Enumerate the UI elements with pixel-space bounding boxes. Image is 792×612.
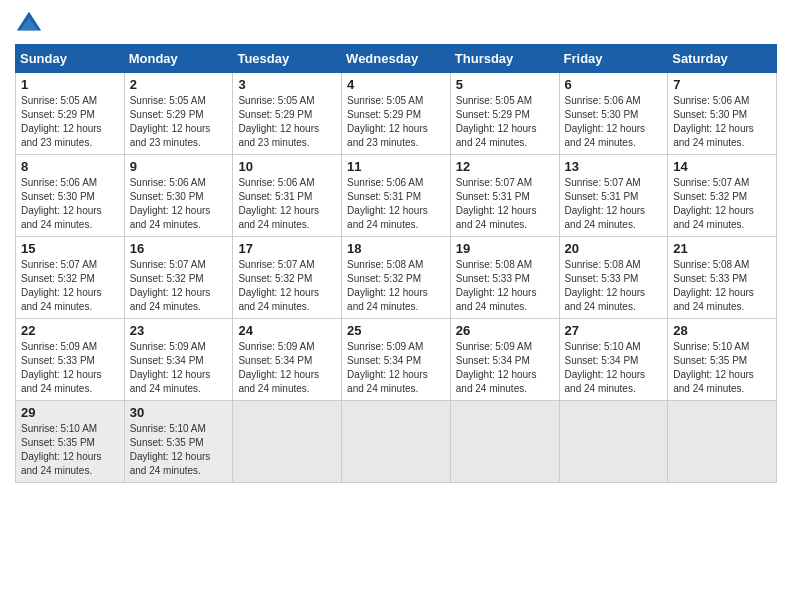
day-number: 29 bbox=[21, 405, 119, 420]
day-info: Sunrise: 5:08 AMSunset: 5:32 PMDaylight:… bbox=[347, 259, 428, 312]
day-header-sunday: Sunday bbox=[16, 45, 125, 73]
day-info: Sunrise: 5:07 AMSunset: 5:32 PMDaylight:… bbox=[21, 259, 102, 312]
week-row-3: 15 Sunrise: 5:07 AMSunset: 5:32 PMDaylig… bbox=[16, 237, 777, 319]
calendar-cell: 28 Sunrise: 5:10 AMSunset: 5:35 PMDaylig… bbox=[668, 319, 777, 401]
day-number: 9 bbox=[130, 159, 228, 174]
day-info: Sunrise: 5:09 AMSunset: 5:34 PMDaylight:… bbox=[238, 341, 319, 394]
day-number: 14 bbox=[673, 159, 771, 174]
day-info: Sunrise: 5:07 AMSunset: 5:31 PMDaylight:… bbox=[456, 177, 537, 230]
day-number: 12 bbox=[456, 159, 554, 174]
day-info: Sunrise: 5:09 AMSunset: 5:34 PMDaylight:… bbox=[456, 341, 537, 394]
day-info: Sunrise: 5:06 AMSunset: 5:31 PMDaylight:… bbox=[238, 177, 319, 230]
week-row-4: 22 Sunrise: 5:09 AMSunset: 5:33 PMDaylig… bbox=[16, 319, 777, 401]
day-info: Sunrise: 5:05 AMSunset: 5:29 PMDaylight:… bbox=[238, 95, 319, 148]
week-row-5: 29 Sunrise: 5:10 AMSunset: 5:35 PMDaylig… bbox=[16, 401, 777, 483]
calendar-cell: 16 Sunrise: 5:07 AMSunset: 5:32 PMDaylig… bbox=[124, 237, 233, 319]
calendar-cell bbox=[668, 401, 777, 483]
calendar-cell: 30 Sunrise: 5:10 AMSunset: 5:35 PMDaylig… bbox=[124, 401, 233, 483]
day-number: 16 bbox=[130, 241, 228, 256]
day-info: Sunrise: 5:08 AMSunset: 5:33 PMDaylight:… bbox=[456, 259, 537, 312]
day-info: Sunrise: 5:05 AMSunset: 5:29 PMDaylight:… bbox=[21, 95, 102, 148]
day-info: Sunrise: 5:10 AMSunset: 5:35 PMDaylight:… bbox=[130, 423, 211, 476]
day-number: 6 bbox=[565, 77, 663, 92]
day-info: Sunrise: 5:09 AMSunset: 5:34 PMDaylight:… bbox=[347, 341, 428, 394]
day-number: 25 bbox=[347, 323, 445, 338]
calendar-cell: 15 Sunrise: 5:07 AMSunset: 5:32 PMDaylig… bbox=[16, 237, 125, 319]
day-info: Sunrise: 5:10 AMSunset: 5:35 PMDaylight:… bbox=[673, 341, 754, 394]
day-info: Sunrise: 5:10 AMSunset: 5:34 PMDaylight:… bbox=[565, 341, 646, 394]
calendar-cell: 24 Sunrise: 5:09 AMSunset: 5:34 PMDaylig… bbox=[233, 319, 342, 401]
day-number: 13 bbox=[565, 159, 663, 174]
calendar-cell: 18 Sunrise: 5:08 AMSunset: 5:32 PMDaylig… bbox=[342, 237, 451, 319]
calendar-cell: 14 Sunrise: 5:07 AMSunset: 5:32 PMDaylig… bbox=[668, 155, 777, 237]
day-header-tuesday: Tuesday bbox=[233, 45, 342, 73]
day-header-monday: Monday bbox=[124, 45, 233, 73]
day-header-thursday: Thursday bbox=[450, 45, 559, 73]
day-info: Sunrise: 5:06 AMSunset: 5:30 PMDaylight:… bbox=[21, 177, 102, 230]
day-info: Sunrise: 5:07 AMSunset: 5:32 PMDaylight:… bbox=[130, 259, 211, 312]
day-number: 26 bbox=[456, 323, 554, 338]
calendar-cell: 7 Sunrise: 5:06 AMSunset: 5:30 PMDayligh… bbox=[668, 73, 777, 155]
day-number: 15 bbox=[21, 241, 119, 256]
day-number: 30 bbox=[130, 405, 228, 420]
day-number: 4 bbox=[347, 77, 445, 92]
calendar: SundayMondayTuesdayWednesdayThursdayFrid… bbox=[15, 44, 777, 483]
calendar-cell: 1 Sunrise: 5:05 AMSunset: 5:29 PMDayligh… bbox=[16, 73, 125, 155]
day-number: 3 bbox=[238, 77, 336, 92]
calendar-cell: 19 Sunrise: 5:08 AMSunset: 5:33 PMDaylig… bbox=[450, 237, 559, 319]
day-header-friday: Friday bbox=[559, 45, 668, 73]
calendar-cell: 13 Sunrise: 5:07 AMSunset: 5:31 PMDaylig… bbox=[559, 155, 668, 237]
day-info: Sunrise: 5:07 AMSunset: 5:31 PMDaylight:… bbox=[565, 177, 646, 230]
day-number: 2 bbox=[130, 77, 228, 92]
day-header-wednesday: Wednesday bbox=[342, 45, 451, 73]
logo bbox=[15, 10, 47, 38]
day-number: 1 bbox=[21, 77, 119, 92]
calendar-cell: 9 Sunrise: 5:06 AMSunset: 5:30 PMDayligh… bbox=[124, 155, 233, 237]
calendar-cell: 22 Sunrise: 5:09 AMSunset: 5:33 PMDaylig… bbox=[16, 319, 125, 401]
calendar-cell: 23 Sunrise: 5:09 AMSunset: 5:34 PMDaylig… bbox=[124, 319, 233, 401]
day-info: Sunrise: 5:09 AMSunset: 5:34 PMDaylight:… bbox=[130, 341, 211, 394]
day-header-saturday: Saturday bbox=[668, 45, 777, 73]
calendar-cell: 5 Sunrise: 5:05 AMSunset: 5:29 PMDayligh… bbox=[450, 73, 559, 155]
day-info: Sunrise: 5:09 AMSunset: 5:33 PMDaylight:… bbox=[21, 341, 102, 394]
calendar-cell: 3 Sunrise: 5:05 AMSunset: 5:29 PMDayligh… bbox=[233, 73, 342, 155]
days-header-row: SundayMondayTuesdayWednesdayThursdayFrid… bbox=[16, 45, 777, 73]
day-info: Sunrise: 5:05 AMSunset: 5:29 PMDaylight:… bbox=[347, 95, 428, 148]
day-info: Sunrise: 5:08 AMSunset: 5:33 PMDaylight:… bbox=[565, 259, 646, 312]
day-number: 23 bbox=[130, 323, 228, 338]
day-number: 7 bbox=[673, 77, 771, 92]
day-info: Sunrise: 5:07 AMSunset: 5:32 PMDaylight:… bbox=[673, 177, 754, 230]
day-number: 19 bbox=[456, 241, 554, 256]
day-number: 5 bbox=[456, 77, 554, 92]
calendar-cell: 27 Sunrise: 5:10 AMSunset: 5:34 PMDaylig… bbox=[559, 319, 668, 401]
day-info: Sunrise: 5:05 AMSunset: 5:29 PMDaylight:… bbox=[130, 95, 211, 148]
day-number: 27 bbox=[565, 323, 663, 338]
calendar-cell: 10 Sunrise: 5:06 AMSunset: 5:31 PMDaylig… bbox=[233, 155, 342, 237]
calendar-cell: 21 Sunrise: 5:08 AMSunset: 5:33 PMDaylig… bbox=[668, 237, 777, 319]
day-number: 21 bbox=[673, 241, 771, 256]
day-number: 20 bbox=[565, 241, 663, 256]
header bbox=[15, 10, 777, 38]
day-number: 8 bbox=[21, 159, 119, 174]
day-info: Sunrise: 5:06 AMSunset: 5:30 PMDaylight:… bbox=[565, 95, 646, 148]
calendar-cell bbox=[233, 401, 342, 483]
calendar-cell: 4 Sunrise: 5:05 AMSunset: 5:29 PMDayligh… bbox=[342, 73, 451, 155]
day-number: 24 bbox=[238, 323, 336, 338]
calendar-cell bbox=[559, 401, 668, 483]
day-info: Sunrise: 5:05 AMSunset: 5:29 PMDaylight:… bbox=[456, 95, 537, 148]
calendar-cell: 8 Sunrise: 5:06 AMSunset: 5:30 PMDayligh… bbox=[16, 155, 125, 237]
day-info: Sunrise: 5:07 AMSunset: 5:32 PMDaylight:… bbox=[238, 259, 319, 312]
day-number: 11 bbox=[347, 159, 445, 174]
day-number: 10 bbox=[238, 159, 336, 174]
calendar-cell: 2 Sunrise: 5:05 AMSunset: 5:29 PMDayligh… bbox=[124, 73, 233, 155]
day-info: Sunrise: 5:08 AMSunset: 5:33 PMDaylight:… bbox=[673, 259, 754, 312]
calendar-cell: 11 Sunrise: 5:06 AMSunset: 5:31 PMDaylig… bbox=[342, 155, 451, 237]
day-info: Sunrise: 5:06 AMSunset: 5:31 PMDaylight:… bbox=[347, 177, 428, 230]
calendar-cell bbox=[342, 401, 451, 483]
day-number: 28 bbox=[673, 323, 771, 338]
calendar-cell: 29 Sunrise: 5:10 AMSunset: 5:35 PMDaylig… bbox=[16, 401, 125, 483]
calendar-cell: 20 Sunrise: 5:08 AMSunset: 5:33 PMDaylig… bbox=[559, 237, 668, 319]
calendar-cell: 12 Sunrise: 5:07 AMSunset: 5:31 PMDaylig… bbox=[450, 155, 559, 237]
day-info: Sunrise: 5:06 AMSunset: 5:30 PMDaylight:… bbox=[673, 95, 754, 148]
day-number: 22 bbox=[21, 323, 119, 338]
